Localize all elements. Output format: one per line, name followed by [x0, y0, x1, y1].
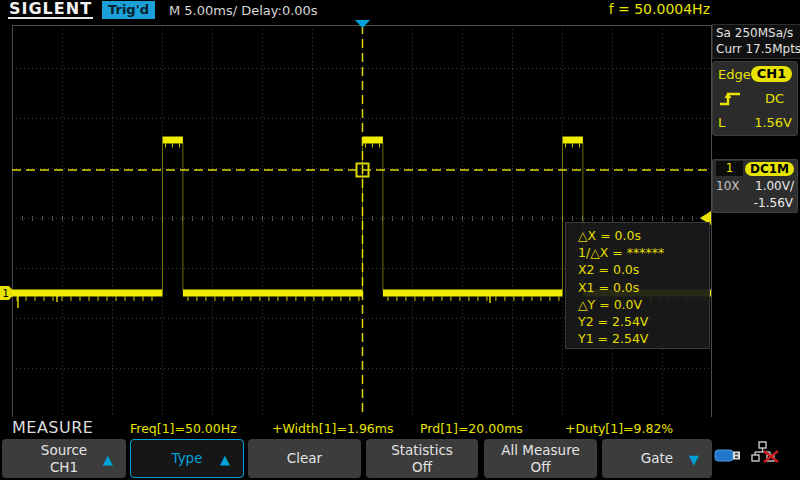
cursor-readout-row: Y1 = 2.54V	[578, 330, 709, 347]
menu-button-clear[interactable]: Clear	[248, 439, 361, 478]
cursor-readout-row: △Y = 0.0V	[578, 296, 709, 313]
menu-button-label: Source	[41, 442, 87, 459]
menu-button-label: Gate	[641, 450, 673, 467]
rising-edge-icon	[718, 89, 742, 107]
menu-button-label: Type	[171, 450, 202, 467]
chevron-down-icon: ▼	[689, 450, 699, 467]
usb-device-icon	[714, 449, 746, 463]
cursor-readout-row: 1/△X = ******	[578, 244, 709, 261]
lan-disconnected-icon	[751, 441, 783, 463]
channel-number: 1	[716, 161, 743, 176]
soft-menu-row: SourceCH1▲Type▲ClearStatisticsOffAll Mea…	[0, 438, 800, 480]
menu-button-label: Statistics	[391, 442, 453, 459]
brand-logo: SIGLENT	[8, 1, 93, 19]
channel-offset: -1.56V	[754, 196, 793, 210]
timebase-readout[interactable]: M 5.00ms/ Delay:0.00s	[169, 3, 318, 18]
cursor-readout-panel: △X = 0.0s1/△X = ******X2 = 0.0sX1 = 0.0s…	[565, 222, 710, 349]
trigger-type: Edge	[718, 67, 751, 82]
cursor-readout-row: △X = 0.0s	[578, 227, 709, 244]
cursor-readout-row: X2 = 0.0s	[578, 261, 709, 278]
chevron-up-icon: ▲	[103, 450, 113, 467]
oscilloscope-screen: 1 △X = 0.0s1/△X = ******X2 = 0.0sX1 = 0.…	[0, 0, 800, 480]
menu-button-gate[interactable]: Gate▼	[602, 439, 712, 478]
channel1-info-panel[interactable]: 1 DC1M 10X 1.00V/ -1.56V	[712, 159, 798, 213]
measurement-readout: Freq[1]=50.00Hz	[130, 421, 237, 436]
trigger-level-value: 1.56V	[754, 115, 792, 130]
menu-button-type[interactable]: Type▲	[130, 439, 244, 478]
sample-rate: Sa 250MSa/s	[716, 25, 800, 41]
menu-button-statistics[interactable]: StatisticsOff	[366, 439, 478, 478]
trigger-level-label: L	[718, 115, 725, 130]
cursor-readout-row: X1 = 0.0s	[578, 279, 709, 296]
memory-depth: Curr 17.5Mpts	[716, 41, 800, 57]
measure-strip: MEASURE Freq[1]=50.00Hz+Width[1]=1.96msP…	[0, 417, 800, 438]
trigger-info-panel[interactable]: Edge CH1 DC L 1.56V	[712, 61, 798, 136]
trigger-status-badge: Trig'd	[102, 1, 155, 19]
channel-scale: 1.00V/	[755, 179, 794, 193]
measurement-readout: +Duty[1]=9.82%	[565, 421, 673, 436]
top-status-bar: SIGLENT Trig'd M 5.00ms/ Delay:0.00s f =…	[0, 0, 800, 20]
cursor-readout-row: Y2 = 2.54V	[578, 313, 709, 330]
menu-button-source[interactable]: SourceCH1▲	[2, 439, 126, 478]
measurement-readout: Prd[1]=20.00ms	[420, 421, 523, 436]
menu-button-label: All Measure	[501, 442, 579, 459]
menu-button-sublabel: CH1	[50, 459, 78, 476]
trigger-source-badge[interactable]: CH1	[751, 66, 792, 82]
menu-button-all-measure[interactable]: All MeasureOff	[484, 439, 597, 478]
measure-title: MEASURE	[12, 418, 93, 437]
frequency-counter: f = 50.0004Hz	[609, 1, 710, 17]
acquisition-info-panel[interactable]: Sa 250MSa/s Curr 17.5Mpts	[712, 24, 800, 59]
trigger-coupling: DC	[765, 91, 784, 106]
chevron-up-icon: ▲	[220, 450, 230, 467]
svg-text:1: 1	[3, 288, 9, 299]
channel-coupling-badge: DC1M	[745, 162, 794, 176]
menu-button-sublabel: Off	[412, 459, 432, 476]
io-status-icons	[714, 440, 783, 467]
measurement-readout: +Width[1]=1.96ms	[272, 421, 394, 436]
menu-button-sublabel: Off	[531, 459, 551, 476]
probe-attenuation: 10X	[716, 179, 740, 193]
menu-button-label: Clear	[287, 450, 322, 467]
